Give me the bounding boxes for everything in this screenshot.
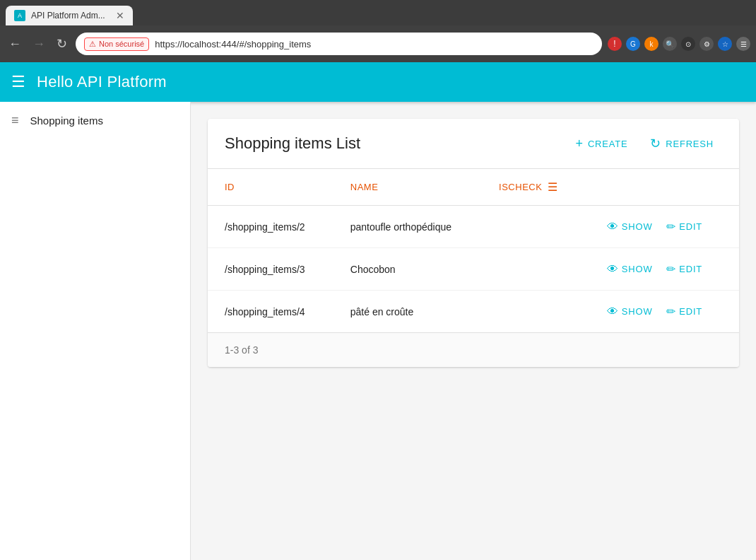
browser-icon-6[interactable]: ⚙	[699, 37, 714, 51]
row-1-name: pantoufle orthopédique	[333, 206, 482, 248]
address-bar[interactable]: ⚠ Non sécurisé https://localhost:444/#/s…	[76, 33, 602, 55]
row-2-actions: 👁 SHOW ✏ EDIT	[584, 248, 739, 291]
content-area: Shopping items List + CREATE ↻ REFRESH	[191, 102, 756, 560]
app-container: ☰ Hello API Platform ≡ Shopping items Sh…	[0, 62, 756, 560]
col-ischeck: ISCHECK ☰	[482, 169, 584, 206]
row-1-ischeck	[482, 206, 584, 248]
row-1-id: /shopping_items/2	[208, 206, 333, 248]
app-body: ≡ Shopping items Shopping items List + C…	[0, 102, 756, 560]
pagination: 1-3 of 3	[208, 332, 739, 367]
warning-icon: ⚠	[89, 40, 96, 49]
browser-tab[interactable]: A API Platform Adm... ✕	[6, 6, 133, 25]
row-1-actions: 👁 SHOW ✏ EDIT	[584, 206, 739, 248]
col-name[interactable]: NAME	[333, 169, 482, 206]
reload-button[interactable]: ↻	[54, 33, 70, 54]
row-1-show-button[interactable]: 👁 SHOW	[601, 216, 658, 238]
pencil-icon: ✏	[666, 220, 676, 233]
row-2-ischeck	[482, 248, 584, 291]
table-header-row: ID NAME ISCHECK ☰	[208, 169, 739, 206]
card-header: Shopping items List + CREATE ↻ REFRESH	[208, 119, 739, 169]
refresh-button[interactable]: ↻ REFRESH	[642, 130, 722, 157]
app-header: ☰ Hello API Platform	[0, 62, 756, 102]
browser-icon-4[interactable]: 🔍	[663, 37, 677, 51]
row-2-show-button[interactable]: 👁 SHOW	[601, 259, 658, 280]
row-2-name: Chocobon	[333, 248, 482, 291]
browser-icon-1[interactable]: !	[608, 37, 622, 51]
sidebar: ≡ Shopping items	[0, 102, 191, 560]
card-actions: + CREATE ↻ REFRESH	[567, 130, 722, 157]
refresh-icon: ↻	[650, 136, 661, 151]
browser-icon-8[interactable]: ☰	[736, 37, 750, 51]
ischeck-label: ISCHECK	[499, 182, 542, 192]
sidebar-item-label: Shopping items	[30, 115, 103, 127]
tab-bar: A API Platform Adm... ✕	[0, 0, 756, 25]
plus-icon: +	[576, 136, 584, 151]
browser-icon-5[interactable]: ⊙	[681, 37, 695, 51]
show-label: SHOW	[622, 221, 653, 232]
pagination-text: 1-3 of 3	[225, 344, 258, 356]
row-3-actions: 👁 SHOW ✏ EDIT	[584, 291, 739, 333]
browser-icon-2[interactable]: G	[626, 37, 640, 51]
table-row: /shopping_items/4 pâté en croûte 👁 SHOW	[208, 291, 739, 333]
shopping-items-card: Shopping items List + CREATE ↻ REFRESH	[208, 119, 739, 367]
row-3-name: pâté en croûte	[333, 291, 482, 333]
table-header: ID NAME ISCHECK ☰	[208, 169, 739, 206]
security-badge: ⚠ Non sécurisé	[84, 37, 149, 51]
eye-icon: 👁	[607, 221, 619, 233]
filter-icon[interactable]: ☰	[548, 180, 558, 194]
row-2-edit-button[interactable]: ✏ EDIT	[661, 258, 708, 280]
shopping-items-table: ID NAME ISCHECK ☰	[208, 169, 739, 332]
show-label: SHOW	[622, 306, 653, 317]
edit-label: EDIT	[679, 221, 702, 232]
row-3-id: /shopping_items/4	[208, 291, 333, 333]
edit-label: EDIT	[679, 306, 702, 317]
row-3-ischeck	[482, 291, 584, 333]
row-2-id: /shopping_items/3	[208, 248, 333, 291]
edit-label: EDIT	[679, 264, 702, 274]
browser-chrome: A API Platform Adm... ✕ ← → ↻ ⚠ Non sécu…	[0, 0, 756, 62]
tab-title: API Platform Adm...	[31, 11, 105, 21]
browser-icon-3[interactable]: k	[644, 37, 658, 51]
create-label: CREATE	[588, 139, 628, 149]
hamburger-icon[interactable]: ☰	[11, 73, 25, 91]
forward-button[interactable]: →	[30, 34, 48, 54]
eye-icon: 👁	[607, 305, 619, 318]
pencil-icon: ✏	[666, 305, 676, 318]
eye-icon: 👁	[607, 263, 619, 276]
row-3-edit-button[interactable]: ✏ EDIT	[661, 301, 708, 322]
security-label: Non sécurisé	[99, 40, 144, 48]
app-title: Hello API Platform	[37, 73, 167, 91]
url-text: https://localhost:444/#/shopping_items	[155, 39, 311, 49]
table-row: /shopping_items/2 pantoufle orthopédique…	[208, 206, 739, 248]
col-id[interactable]: ID	[208, 169, 333, 206]
tab-close-button[interactable]: ✕	[116, 10, 124, 21]
create-button[interactable]: + CREATE	[567, 130, 637, 157]
sidebar-item-shopping-items[interactable]: ≡ Shopping items	[0, 102, 190, 139]
tab-favicon: A	[14, 10, 25, 21]
row-1-edit-button[interactable]: ✏ EDIT	[661, 216, 708, 238]
pencil-icon: ✏	[666, 262, 676, 276]
show-label: SHOW	[622, 264, 653, 274]
back-button[interactable]: ←	[6, 34, 24, 54]
refresh-label: REFRESH	[666, 139, 714, 149]
address-bar-row: ← → ↻ ⚠ Non sécurisé https://localhost:4…	[0, 25, 756, 62]
col-actions	[584, 169, 739, 206]
table-row: /shopping_items/3 Chocobon 👁 SHOW	[208, 248, 739, 291]
list-icon: ≡	[11, 113, 19, 128]
browser-icons: ! G k 🔍 ⊙ ⚙ ☆ ☰	[608, 37, 750, 51]
row-3-show-button[interactable]: 👁 SHOW	[601, 301, 658, 322]
card-title: Shopping items List	[225, 134, 360, 153]
table-body: /shopping_items/2 pantoufle orthopédique…	[208, 206, 739, 333]
browser-icon-7[interactable]: ☆	[718, 37, 732, 51]
